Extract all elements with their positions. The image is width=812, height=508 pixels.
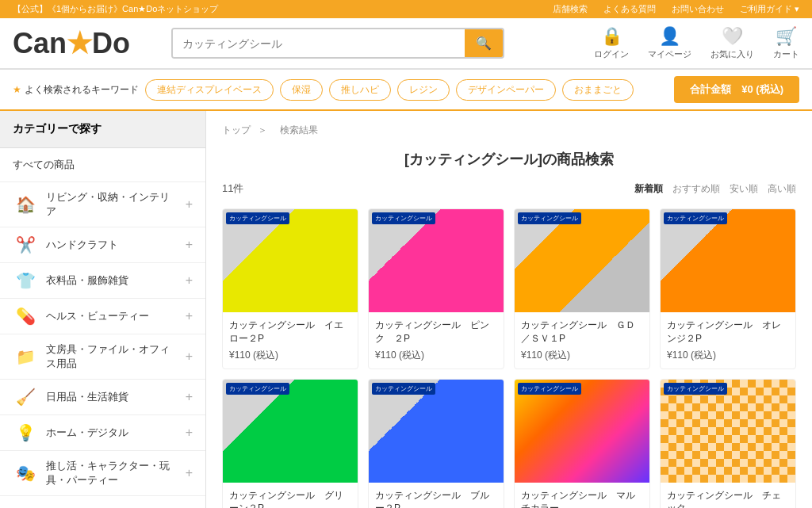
product-name: カッティングシール グリーン２P xyxy=(229,489,351,508)
product-price: ¥110 (税込) xyxy=(521,349,643,362)
product-info: カッティングシール マルチカラー ¥110 (税込) xyxy=(515,483,649,508)
product-card[interactable]: カッティングシール カッティングシール ピンク ２P ¥110 (税込) xyxy=(368,208,504,369)
sidebar-item-living[interactable]: 🏠 リビング・収納・インテリア + xyxy=(0,182,205,227)
package-label: カッティングシール xyxy=(372,212,435,224)
breadcrumb-separator: ＞ xyxy=(258,124,270,136)
product-image-inner: カッティングシール xyxy=(223,380,358,483)
home-icon: 💡 xyxy=(13,423,38,442)
product-card[interactable]: カッティングシール カッティングシール オレンジ２P ¥110 (税込) xyxy=(660,208,796,369)
hobby-icon: 🎭 xyxy=(13,464,38,483)
expand-icon: + xyxy=(186,238,193,252)
package-label: カッティングシール xyxy=(664,383,727,395)
search-button[interactable]: 🔍 xyxy=(465,29,503,57)
living-icon: 🏠 xyxy=(13,195,38,214)
package-label: カッティングシール xyxy=(372,383,435,395)
cart-label: カート xyxy=(773,48,799,60)
breadcrumb: トップ ＞ 検索結果 xyxy=(222,124,796,137)
sidebar-item-home[interactable]: 💡 ホーム・デジタル + xyxy=(0,415,205,451)
breadcrumb-current: 検索結果 xyxy=(280,124,318,136)
product-grid: カッティングシール カッティングシール イエロー２P ¥110 (税込) カッテ… xyxy=(222,208,796,508)
breadcrumb-top[interactable]: トップ xyxy=(222,124,251,136)
product-info: カッティングシール ＧＤ／ＳＶ１P ¥110 (税込) xyxy=(515,312,649,369)
product-image-inner: カッティングシール xyxy=(223,209,358,312)
sidebar-header: カテゴリーで探す xyxy=(0,111,205,148)
sidebar-item-hobby[interactable]: 🎭 推し活・キャラクター・玩具・パーティー + xyxy=(0,451,205,496)
keyword-1[interactable]: 保湿 xyxy=(280,79,323,101)
sort-newest[interactable]: 新着順 xyxy=(634,182,663,196)
sort-expensive[interactable]: 高い順 xyxy=(768,182,796,196)
sidebar-all[interactable]: すべての商品 xyxy=(0,148,205,182)
product-card[interactable]: カッティングシール カッティングシール イエロー２P ¥110 (税込) xyxy=(222,208,358,369)
top-bar: 【公式】《1個からお届け》Can★Doネットショップ 店舗検索 よくある質問 お… xyxy=(0,0,812,18)
package-label: カッティングシール xyxy=(664,212,727,224)
health-icon: 💊 xyxy=(13,307,38,326)
mypage-label: マイページ xyxy=(648,48,691,60)
mypage-item[interactable]: 👤 マイページ xyxy=(648,26,691,60)
product-info: カッティングシール グリーン２P ¥110 (税込) xyxy=(223,483,358,508)
sort-cheap[interactable]: 安い順 xyxy=(730,182,758,196)
product-image: カッティングシール xyxy=(661,380,795,483)
store-search-link[interactable]: 店舗検索 xyxy=(553,3,588,15)
product-image: カッティングシール xyxy=(223,209,358,312)
product-name: カッティングシール チェック xyxy=(667,489,789,508)
product-card[interactable]: カッティングシール カッティングシール ブルー２P ¥110 (税込) xyxy=(368,379,504,508)
product-info: カッティングシール ピンク ２P ¥110 (税込) xyxy=(369,312,504,369)
package-label: カッティングシール xyxy=(226,383,289,395)
sort-recommended[interactable]: おすすめ順 xyxy=(672,182,720,196)
sidebar-item-health[interactable]: 💊 ヘルス・ビューティー + xyxy=(0,299,205,334)
favorites-item[interactable]: 🤍 お気に入り xyxy=(710,26,754,60)
search-title: [カッティングシール]の商品検索 xyxy=(222,150,796,169)
package-label: カッティングシール xyxy=(518,212,581,224)
result-bar: 11件 新着順 おすすめ順 安い順 高い順 xyxy=(222,181,796,196)
product-image-inner: カッティングシール xyxy=(661,209,795,312)
product-image: カッティングシール xyxy=(515,380,649,483)
keyword-2[interactable]: 推しハピ xyxy=(329,79,391,101)
product-card[interactable]: カッティングシール カッティングシール マルチカラー ¥110 (税込) xyxy=(514,379,650,508)
product-card[interactable]: カッティングシール カッティングシール ＧＤ／ＳＶ１P ¥110 (税込) xyxy=(514,208,650,369)
product-info: カッティングシール チェック ¥110 (税込) xyxy=(661,483,795,508)
sidebar-item-label: 推し活・キャラクター・玩具・パーティー xyxy=(46,459,178,487)
stationery-icon: 📁 xyxy=(13,347,38,366)
product-image: カッティングシール xyxy=(369,209,504,312)
sidebar-item-label: ハンドクラフト xyxy=(46,238,178,252)
search-input[interactable] xyxy=(173,29,465,57)
product-name: カッティングシール イエロー２P xyxy=(229,319,351,346)
product-name: カッティングシール ブルー２P xyxy=(375,489,497,508)
expand-icon: + xyxy=(186,466,193,480)
sidebar-item-stationery[interactable]: 📁 文房具・ファイル・オフィス用品 + xyxy=(0,334,205,380)
header-icons: 🔒 ログイン 👤 マイページ 🤍 お気に入り 🛒 カート xyxy=(594,26,799,60)
faq-link[interactable]: よくある質問 xyxy=(603,3,656,15)
product-name: カッティングシール ＧＤ／ＳＶ１P xyxy=(521,319,643,346)
expand-icon: + xyxy=(186,390,193,404)
main-layout: カテゴリーで探す すべての商品 🏠 リビング・収納・インテリア + ✂️ ハンド… xyxy=(0,111,812,508)
sidebar-item-label: 文房具・ファイル・オフィス用品 xyxy=(46,342,178,371)
package-label: カッティングシール xyxy=(226,212,289,224)
contact-link[interactable]: お問い合わせ xyxy=(672,3,724,15)
product-info: カッティングシール ブルー２P ¥110 (税込) xyxy=(369,483,504,508)
content: トップ ＞ 検索結果 [カッティングシール]の商品検索 11件 新着順 おすすめ… xyxy=(206,111,812,508)
product-card[interactable]: カッティングシール カッティングシール チェック ¥110 (税込) xyxy=(660,379,796,508)
product-card[interactable]: カッティングシール カッティングシール グリーン２P ¥110 (税込) xyxy=(222,379,358,508)
cart-item[interactable]: 🛒 カート xyxy=(773,26,799,60)
guide-link[interactable]: ご利用ガイド ▾ xyxy=(740,3,799,15)
product-image-inner: カッティングシール xyxy=(661,380,795,483)
clothing-icon: 👕 xyxy=(13,271,38,290)
cart-icon: 🛒 xyxy=(776,26,797,47)
sidebar-item-daily[interactable]: 🧹 日用品・生活雑貨 + xyxy=(0,380,205,415)
login-item[interactable]: 🔒 ログイン xyxy=(594,26,629,60)
keyword-0[interactable]: 連結ディスプレイベース xyxy=(145,79,274,101)
top-bar-links: 店舗検索 よくある質問 お問い合わせ ご利用ガイド ▾ xyxy=(553,3,799,15)
expand-icon: + xyxy=(186,273,193,288)
result-count: 11件 xyxy=(222,181,243,196)
product-image-inner: カッティングシール xyxy=(515,380,649,483)
keyword-3[interactable]: レジン xyxy=(397,79,450,101)
product-price: ¥110 (税込) xyxy=(229,349,351,362)
star-icon: ★ xyxy=(67,27,92,59)
sidebar-item-handcraft[interactable]: ✂️ ハンドクラフト + xyxy=(0,227,205,263)
sidebar-item-clothing[interactable]: 👕 衣料品・服飾雑貨 + xyxy=(0,263,205,299)
product-image-inner: カッティングシール xyxy=(369,209,504,312)
logo: Can★Do xyxy=(13,27,155,60)
keyword-5[interactable]: おままごと xyxy=(562,79,634,101)
keyword-4[interactable]: デザインペーパー xyxy=(456,79,556,101)
product-price: ¥110 (税込) xyxy=(667,349,789,362)
